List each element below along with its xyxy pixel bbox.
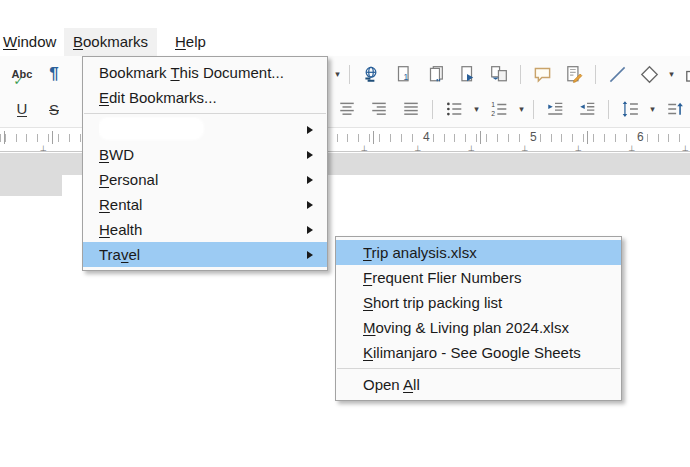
- ruler-inch-label: 4: [421, 130, 432, 144]
- travel-submenu: Trip analysis.xlsxFrequent Flier Numbers…: [335, 236, 622, 401]
- ruler-inch-label: 5: [528, 130, 539, 144]
- underline-icon[interactable]: U: [9, 96, 35, 122]
- tab-stop-marker: ⊥: [361, 144, 368, 153]
- dropdown-arrow[interactable]: ▾: [647, 96, 658, 122]
- tab-stop-marker: ⊥: [682, 144, 689, 153]
- menubar-item-help[interactable]: Help: [166, 28, 215, 56]
- toolbar-row1-right: ▾1▾: [331, 58, 690, 90]
- submenu-arrow-icon: [307, 151, 313, 159]
- insert-line-icon[interactable]: [604, 61, 630, 87]
- toolbar-separator: [349, 65, 350, 84]
- menu-item-label: Help: [175, 33, 206, 50]
- toolbar-separator: [432, 100, 433, 119]
- submenu-arrow-icon: [307, 251, 313, 259]
- spellcheck-icon[interactable]: Abc✓: [9, 61, 35, 87]
- formatting-marks-icon[interactable]: ¶: [41, 61, 67, 87]
- bookmarks-dropdown-menu: Bookmark This Document...Edit Bookmarks.…: [82, 56, 328, 271]
- redacted-label: [99, 118, 203, 139]
- menu-item-label: BWD: [99, 146, 299, 163]
- svg-text:1: 1: [491, 101, 495, 108]
- menu-item-label: Health: [99, 221, 299, 238]
- basic-shapes-icon[interactable]: [681, 61, 690, 87]
- menu-item-label: Bookmarks: [73, 33, 148, 50]
- align-center-icon[interactable]: [334, 96, 360, 122]
- comment-icon[interactable]: [529, 61, 555, 87]
- menu-item-label: Travel: [99, 246, 299, 263]
- menu-item-health[interactable]: Health: [83, 217, 327, 242]
- menu-item-bookmark-this-document[interactable]: Bookmark This Document...: [83, 60, 327, 85]
- submenu-item-kilimanjaro-see-google-sheets[interactable]: Kilimanjaro - See Google Sheets: [336, 340, 621, 365]
- toolbar-row2-right: ▾12▾▾: [331, 93, 690, 125]
- submenu-arrow-icon: [307, 201, 313, 209]
- page-preview-icon[interactable]: [454, 61, 480, 87]
- justify-icon[interactable]: [398, 96, 424, 122]
- menu-item-label: Bookmark This Document...: [99, 64, 313, 81]
- submenu-item-trip-analysis-xlsx[interactable]: Trip analysis.xlsx: [336, 240, 621, 265]
- ruler-inch-label: 6: [635, 130, 646, 144]
- toolbar-separator: [520, 65, 521, 84]
- menubar-item-window[interactable]: Window: [0, 28, 65, 56]
- dropdown-arrow[interactable]: ▾: [471, 96, 482, 122]
- numbered-list-icon[interactable]: 12: [486, 96, 512, 122]
- indent-decrease-icon[interactable]: [574, 96, 600, 122]
- tab-stop-marker: ⊥: [415, 144, 422, 153]
- indent-increase-icon[interactable]: [542, 96, 568, 122]
- hyperlink-icon[interactable]: [358, 61, 384, 87]
- bullet-list-icon[interactable]: [441, 96, 467, 122]
- toolbar-separator: [608, 100, 609, 119]
- submenu-arrow-icon: [307, 126, 313, 134]
- toolbar-separator: [533, 100, 534, 119]
- tab-stop-marker: ⊥: [629, 144, 636, 153]
- dropdown-arrow[interactable]: ▾: [666, 61, 677, 87]
- menu-item-label: Kilimanjaro - See Google Sheets: [363, 344, 607, 361]
- toolbar-row1-left: Abc✓¶: [6, 58, 70, 90]
- swap-pages-icon[interactable]: [486, 61, 512, 87]
- toolbar-row2-left: US: [6, 93, 70, 125]
- submenu-arrow-icon: [307, 176, 313, 184]
- menu-separator: [84, 113, 326, 114]
- sort-up-icon[interactable]: [662, 96, 688, 122]
- menu-item-label: Personal: [99, 171, 299, 188]
- page-break-icon[interactable]: 1: [390, 61, 416, 87]
- menu-item-label: Trip analysis.xlsx: [363, 244, 607, 261]
- tab-stop-marker: ⊥: [468, 144, 475, 153]
- menu-item-label: Open All: [363, 376, 607, 393]
- submenu-item-frequent-flier-numbers[interactable]: Frequent Flier Numbers: [336, 265, 621, 290]
- svg-text:1: 1: [404, 72, 409, 82]
- dropdown-arrow[interactable]: ▾: [516, 96, 527, 122]
- workspace-background-left: [0, 153, 62, 196]
- track-changes-icon[interactable]: [561, 61, 587, 87]
- menu-item-edit-bookmarks[interactable]: Edit Bookmarks...: [83, 85, 327, 110]
- menu-bar: WindowBookmarksHelp: [0, 28, 690, 56]
- submenu-item-moving-living-plan-2024-xlsx[interactable]: Moving & Living plan 2024.xlsx: [336, 315, 621, 340]
- menu-item-label: Edit Bookmarks...: [99, 89, 313, 106]
- pages-icon[interactable]: [422, 61, 448, 87]
- menu-item-label: Rental: [99, 196, 299, 213]
- menu-item-label: Frequent Flier Numbers: [363, 269, 607, 286]
- svg-text:2: 2: [491, 110, 495, 117]
- tab-stop-marker: ⊥: [522, 144, 529, 153]
- strikethrough-icon[interactable]: S: [41, 96, 67, 122]
- submenu-item-open-all[interactable]: Open All: [336, 372, 621, 397]
- menu-item-label: Window: [3, 33, 56, 50]
- app-window: WindowBookmarksHelp Abc✓¶ ▾1▾ US ▾12▾▾ 4…: [0, 0, 690, 467]
- submenu-arrow-icon: [307, 226, 313, 234]
- menu-item-redacted[interactable]: [83, 117, 327, 142]
- menu-item-rental[interactable]: Rental: [83, 192, 327, 217]
- menubar-item-bookmarks[interactable]: Bookmarks: [64, 28, 157, 56]
- menu-item-label: [99, 117, 299, 142]
- menu-item-bwd[interactable]: BWD: [83, 142, 327, 167]
- line-spacing-icon[interactable]: [617, 96, 643, 122]
- tab-stop-marker: ⊥: [40, 144, 47, 153]
- menu-separator: [337, 368, 620, 369]
- tab-stop-marker: ⊥: [575, 144, 582, 153]
- menu-item-personal[interactable]: Personal: [83, 167, 327, 192]
- diamond-shape-icon[interactable]: [636, 61, 662, 87]
- menu-item-label: Short trip packing list: [363, 294, 607, 311]
- menu-item-label: Moving & Living plan 2024.xlsx: [363, 319, 607, 336]
- toolbar-separator: [595, 65, 596, 84]
- submenu-item-short-trip-packing-list[interactable]: Short trip packing list: [336, 290, 621, 315]
- dropdown-arrow[interactable]: ▾: [332, 61, 343, 87]
- align-right-icon[interactable]: [366, 96, 392, 122]
- menu-item-travel[interactable]: Travel: [83, 242, 327, 267]
